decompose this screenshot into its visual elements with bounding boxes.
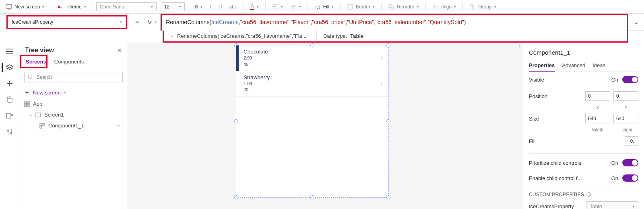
selection-bar xyxy=(236,45,239,71)
resize-handle[interactable] xyxy=(386,195,390,199)
format-toolbar: New screen ▾ Aa Theme ▾ Open Sans ▾ 12 ▾… xyxy=(0,0,644,14)
tab-components[interactable]: Components xyxy=(50,56,88,67)
separator xyxy=(265,2,266,11)
resize-handle[interactable] xyxy=(234,195,238,199)
resize-handle[interactable] xyxy=(386,119,390,123)
toggle-prioritize[interactable] xyxy=(622,159,638,166)
formula-input[interactable]: RenameColumns(IceCreams,"cra56_flavornam… xyxy=(162,15,627,29)
prop-enable-child: Enable child control f... On xyxy=(529,170,638,186)
separator xyxy=(51,2,51,11)
svg-rect-16 xyxy=(25,102,27,104)
chevron-right-icon: › xyxy=(519,43,520,49)
font-selector[interactable]: Open Sans ▾ xyxy=(96,2,157,11)
toggle-enable-child[interactable] xyxy=(622,174,638,182)
property-selector[interactable]: IceCreamsProperty ▾ xyxy=(6,15,127,29)
toggle-visible[interactable] xyxy=(622,76,638,83)
position-y-input[interactable]: 0 xyxy=(613,91,638,101)
reorder-icon xyxy=(388,4,394,10)
fill-label: Fill xyxy=(323,4,329,10)
media-icon xyxy=(6,113,13,119)
search-input[interactable]: Search xyxy=(24,72,123,82)
svg-text:a: a xyxy=(60,6,62,9)
svg-rect-18 xyxy=(25,104,27,107)
prop-fill: Fill xyxy=(529,132,638,150)
selected-component[interactable]: Chocolate 2.99 45 › Strawberry 1.99 20 › xyxy=(236,45,389,198)
close-icon[interactable]: ✕ xyxy=(117,47,122,53)
search-icon xyxy=(28,74,33,80)
svg-rect-22 xyxy=(43,123,45,125)
datatype-label: Data type: xyxy=(323,33,347,39)
new-screen-label: New screen xyxy=(14,4,40,10)
item-price: 2.99 xyxy=(244,55,268,61)
separator xyxy=(381,2,382,11)
svg-rect-23 xyxy=(40,126,42,128)
theme-button[interactable]: Aa Theme ▾ xyxy=(54,2,89,12)
canvas-scrollbar[interactable]: › xyxy=(516,43,523,209)
datatype-cell: Data type: Table xyxy=(317,31,370,41)
toggle-state: On xyxy=(611,160,618,166)
font-color-button[interactable]: A▾ xyxy=(247,2,262,12)
tree-item-app[interactable]: App xyxy=(19,98,128,109)
custom-prop-type[interactable]: Table ▾ xyxy=(586,201,638,209)
position-x-input[interactable]: 0 xyxy=(585,91,610,101)
formula-breadcrumb[interactable]: ⌄ RenameColumns(IceCreams,"cra56_flavorn… xyxy=(164,31,317,41)
font-size-selector[interactable]: 12 ▾ xyxy=(161,2,185,11)
text-align-button[interactable]: ▾ xyxy=(269,2,286,12)
resize-handle[interactable] xyxy=(234,119,238,123)
italic-button[interactable]: I xyxy=(206,2,214,11)
expand-formula-button[interactable]: ⌄ xyxy=(628,14,644,31)
group-button[interactable]: Group ▾ xyxy=(466,2,499,12)
tree-item-screen1[interactable]: ⌄ Screen1 xyxy=(19,109,128,120)
custom-props-label: CUSTOM PROPERTIES xyxy=(529,192,584,197)
new-screen-item[interactable]: ＋ New screen ▾ xyxy=(19,86,128,98)
strikethrough-button[interactable]: abc xyxy=(226,2,240,11)
info-icon[interactable]: ? xyxy=(586,192,591,197)
hamburger-button[interactable] xyxy=(2,44,18,59)
reorder-button[interactable]: Reorder ▾ xyxy=(385,2,422,12)
separator xyxy=(244,2,244,11)
tab-ideas[interactable]: Ideas xyxy=(592,60,605,72)
fx-button[interactable]: fx ▾ xyxy=(143,14,161,31)
fill-picker[interactable] xyxy=(625,136,638,146)
bold-button[interactable]: B▾ xyxy=(192,2,206,11)
app-icon xyxy=(24,101,30,107)
size-height-input[interactable]: 640 xyxy=(613,114,638,123)
equals-sign: = xyxy=(131,14,143,31)
chevron-down-icon: ▾ xyxy=(332,5,334,9)
prop-prioritize: Prioritize child controls On xyxy=(529,153,638,170)
tree-view-button[interactable] xyxy=(2,60,18,75)
search-placeholder: Search xyxy=(37,74,52,80)
vertical-align-button[interactable]: ▾ xyxy=(287,2,304,12)
caret-down-icon: ⌄ xyxy=(29,113,32,117)
prop-position: Position 0 0 xyxy=(529,87,638,105)
item-qty: 45 xyxy=(244,62,268,68)
list-item[interactable]: Strawberry 1.99 20 › xyxy=(236,71,388,97)
tab-screens[interactable]: Screens xyxy=(22,56,50,67)
more-icon[interactable]: ⋯ xyxy=(117,123,123,129)
tab-advanced[interactable]: Advanced xyxy=(562,60,585,72)
insert-button[interactable] xyxy=(2,76,18,91)
tab-properties[interactable]: Properties xyxy=(529,60,555,72)
data-button[interactable] xyxy=(2,92,18,107)
settings-button[interactable] xyxy=(2,125,18,139)
resize-handle[interactable] xyxy=(310,195,314,199)
chevron-down-icon: ⌄ xyxy=(170,33,174,39)
tree-component-label: Component1_1 xyxy=(48,123,84,129)
new-screen-label: New screen xyxy=(33,90,61,96)
chevron-down-icon: ▾ xyxy=(64,90,66,94)
chevron-down-icon: ▾ xyxy=(154,20,156,24)
tree-item-component[interactable]: Component1_1 ⋯ xyxy=(19,120,128,131)
tok-function: RenameColumns xyxy=(166,19,209,25)
design-canvas[interactable]: Chocolate 2.99 45 › Strawberry 1.99 20 ›… xyxy=(128,43,523,209)
media-button[interactable] xyxy=(2,109,18,123)
fill-button[interactable]: Fill ▾ xyxy=(311,2,337,12)
list-item[interactable]: Chocolate 2.99 45 › xyxy=(236,45,388,71)
prop-size: Size 640 640 xyxy=(529,110,638,127)
align-button[interactable]: Align ▾ xyxy=(429,2,460,12)
underline-button[interactable]: U xyxy=(215,2,225,11)
align-label: Align xyxy=(441,4,452,10)
formula-helper: ⌄ RenameColumns(IceCreams,"cra56_flavorn… xyxy=(163,31,628,43)
border-button[interactable]: Border ▾ xyxy=(344,2,378,12)
new-screen-button[interactable]: New screen ▾ xyxy=(2,2,47,12)
size-width-input[interactable]: 640 xyxy=(585,114,610,123)
